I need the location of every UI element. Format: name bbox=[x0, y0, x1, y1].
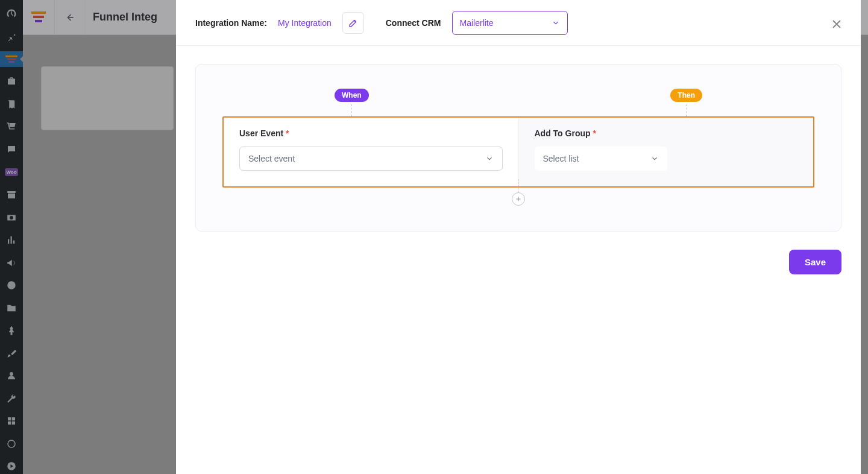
user-event-dropdown[interactable]: Select event bbox=[239, 147, 503, 171]
user-event-placeholder: Select event bbox=[248, 154, 295, 163]
crm-select-value: Mailerlite bbox=[460, 18, 494, 28]
plus-icon bbox=[515, 195, 522, 203]
connect-crm-label: Connect CRM bbox=[386, 18, 441, 28]
add-rule-button[interactable] bbox=[512, 192, 525, 206]
rule-card: When Then User Event * Select event bbox=[195, 64, 841, 232]
dash-connector bbox=[686, 104, 687, 116]
close-button[interactable] bbox=[829, 17, 844, 31]
save-row: Save bbox=[195, 250, 841, 274]
chevron-down-icon bbox=[485, 154, 494, 163]
user-event-label: User Event * bbox=[239, 128, 503, 138]
integration-name-label: Integration Name: bbox=[195, 18, 267, 28]
close-icon bbox=[829, 17, 844, 31]
modal-body: When Then User Event * Select event bbox=[176, 46, 861, 292]
save-button[interactable]: Save bbox=[789, 250, 841, 274]
chevron-down-icon bbox=[552, 19, 560, 27]
integration-modal: Integration Name: My Integration Connect… bbox=[176, 0, 861, 474]
rule-row-highlighted: User Event * Select event Add To Group *… bbox=[222, 116, 814, 188]
when-badge: When bbox=[335, 89, 369, 102]
add-to-group-label: Add To Group * bbox=[535, 128, 798, 138]
required-marker: * bbox=[286, 128, 289, 138]
add-connector-line bbox=[518, 179, 519, 192]
then-badge: Then bbox=[670, 89, 702, 102]
dash-connector bbox=[351, 104, 352, 116]
crm-select[interactable]: Mailerlite bbox=[452, 11, 568, 35]
when-cell: User Event * Select event bbox=[224, 118, 518, 186]
add-to-group-dropdown[interactable]: Select list bbox=[535, 147, 667, 171]
chevron-down-icon bbox=[650, 154, 659, 163]
add-to-group-placeholder: Select list bbox=[543, 154, 579, 163]
edit-name-button[interactable] bbox=[342, 12, 364, 34]
integration-name-value: My Integration bbox=[278, 18, 332, 28]
required-marker: * bbox=[593, 128, 596, 138]
modal-header: Integration Name: My Integration Connect… bbox=[176, 0, 861, 46]
then-cell: Add To Group * Select list bbox=[518, 118, 814, 186]
badge-row: When Then bbox=[222, 89, 814, 116]
pencil-icon bbox=[348, 18, 358, 28]
